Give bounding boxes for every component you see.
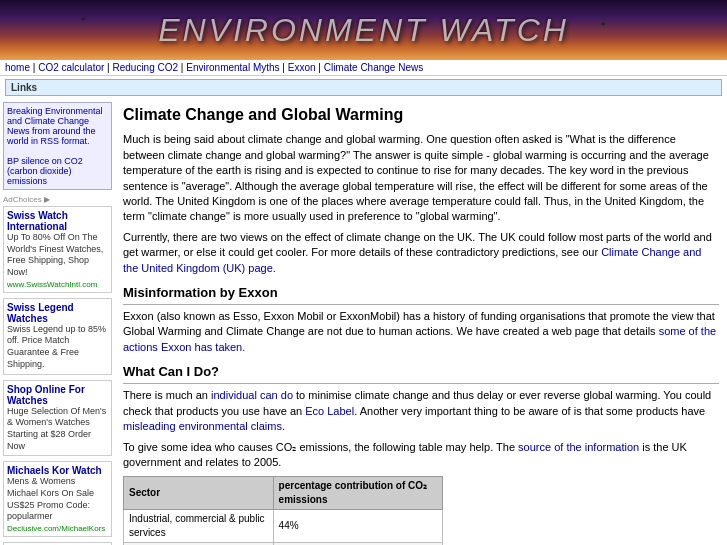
- uk-page-link[interactable]: Climate Change and the United Kingdom (U…: [123, 246, 701, 273]
- table-cell: Industrial, commercial & public services: [124, 510, 274, 543]
- bird-icon-2: ✦: [600, 20, 607, 29]
- nav-exxon[interactable]: Exxon: [288, 62, 316, 73]
- page-title: Climate Change and Global Warming: [123, 104, 719, 126]
- main-layout: Breaking Environmental and Climate Chang…: [0, 99, 727, 545]
- ad-swiss-legend-title[interactable]: Swiss Legend Watches: [7, 302, 108, 324]
- sidebar: Breaking Environmental and Climate Chang…: [0, 99, 115, 545]
- what-paragraph-2: To give some idea who causes CO₂ emissio…: [123, 440, 719, 471]
- ad-michaels-kor-title[interactable]: Michaels Kor Watch: [7, 465, 108, 476]
- sector-col-header: Sector: [124, 477, 274, 510]
- exxon-section-title: Misinformation by Exxon: [123, 284, 719, 305]
- ad-swiss-watch-intl: Swiss Watch International Up To 80% Off …: [3, 206, 112, 293]
- what-can-i-do-title: What Can I Do?: [123, 363, 719, 384]
- ad-swiss-watch-intl-desc: Up To 80% Off On The World's Finest Watc…: [7, 232, 103, 277]
- ad-swiss-watch-intl-title[interactable]: Swiss Watch International: [7, 210, 108, 232]
- ad-shop-online-title[interactable]: Shop Online For Watches: [7, 384, 108, 406]
- navigation-bar: home | CO2 calculator | Reducing CO2 | E…: [0, 60, 727, 76]
- news-link-2[interactable]: BP silence on CO2 (carbon dioxide) emiss…: [7, 156, 83, 186]
- sector-table: Sector percentage contribution of CO₂ em…: [123, 476, 443, 545]
- percentage-col-header: percentage contribution of CO₂ emissions: [273, 477, 442, 510]
- nav-co2calc[interactable]: CO2 calculator: [38, 62, 104, 73]
- nav-home[interactable]: home: [5, 62, 30, 73]
- sidebar-news-box: Breaking Environmental and Climate Chang…: [3, 102, 112, 190]
- exxon-paragraph: Exxon (also known as Esso, Exxon Mobil o…: [123, 309, 719, 355]
- ad-swiss-legend-desc: Swiss Legend up to 85% off. Price Match …: [7, 324, 106, 369]
- ad-swiss-legend: Swiss Legend Watches Swiss Legend up to …: [3, 298, 112, 375]
- bird-icon: ✦: [80, 15, 87, 24]
- nav-myths[interactable]: Environmental Myths: [186, 62, 279, 73]
- intro-paragraph-2: Currently, there are two views on the ef…: [123, 230, 719, 276]
- table-cell: 44%: [273, 510, 442, 543]
- nav-reducingco2[interactable]: Reducing CO2: [112, 62, 178, 73]
- misleading-claims-link[interactable]: misleading environmental claims.: [123, 420, 285, 432]
- ad-swiss-watch-intl-url: www.SwissWatchIntl.com: [7, 280, 97, 289]
- ad-choices-label: AdChoices ▶: [3, 195, 112, 204]
- ad-michaels-kor-desc: Mens & Womens Michael Kors On Sale US$25…: [7, 476, 94, 521]
- main-content: Climate Change and Global Warming Much i…: [115, 99, 727, 545]
- links-label-box: Links: [5, 79, 722, 96]
- site-title: Environment Watch: [158, 12, 569, 49]
- news-link-1[interactable]: Breaking Environmental and Climate Chang…: [7, 106, 103, 146]
- links-label: Links: [11, 82, 37, 93]
- individual-link[interactable]: individual can do: [211, 389, 293, 401]
- nav-climatenews[interactable]: Climate Change News: [324, 62, 424, 73]
- exxon-actions-link[interactable]: some of the actions Exxon has taken.: [123, 325, 716, 352]
- ad-shop-online-watches: Shop Online For Watches Huge Selection O…: [3, 380, 112, 457]
- ad-michaels-kor-url: Declusive.com/MichaelKors: [7, 524, 105, 533]
- ad-michaels-kor: Michaels Kor Watch Mens & Womens Michael…: [3, 461, 112, 537]
- ad-shop-online-desc: Huge Selection Of Men's & Women's Watche…: [7, 406, 106, 451]
- intro-paragraph-1: Much is being said about climate change …: [123, 132, 719, 224]
- source-info-link[interactable]: source of the information: [518, 441, 639, 453]
- what-paragraph-1: There is much an individual can do to mi…: [123, 388, 719, 434]
- eco-label-link[interactable]: Eco Label: [305, 405, 354, 417]
- site-header: ✦ ✦ Environment Watch: [0, 0, 727, 60]
